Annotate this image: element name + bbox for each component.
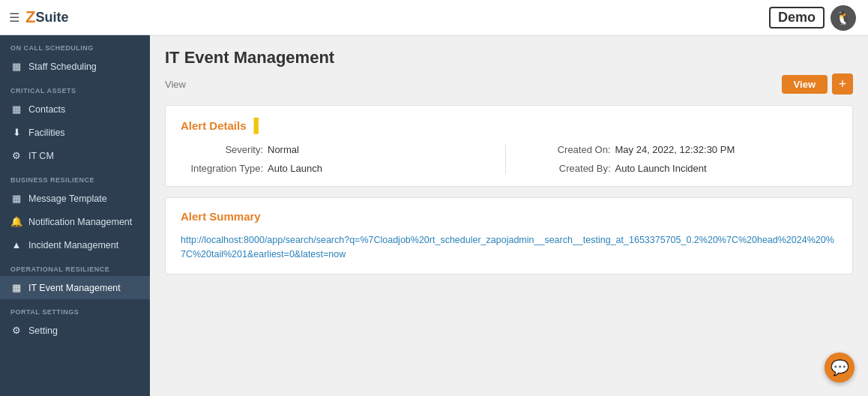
it-event-icon: ▦	[10, 282, 22, 293]
breadcrumb-actions: View +	[782, 74, 853, 94]
main-content: Demo 🐧 IT Event Management View View + A…	[150, 0, 868, 396]
logo-suite: Suite	[35, 10, 68, 26]
integration-row: Integration Type: Auto Launch	[181, 163, 490, 174]
alert-summary-title: Alert Summary	[181, 210, 837, 223]
section-on-call: ON CALL SCHEDULING	[0, 35, 150, 55]
severity-value: Normal	[268, 144, 299, 155]
message-template-icon: ▦	[10, 193, 22, 204]
sidebar-item-staff-scheduling[interactable]: ▦ Staff Scheduling	[0, 55, 150, 78]
section-business-resilience: BUSINESS RESILIENCE	[0, 167, 150, 187]
setting-icon: ⚙	[10, 325, 22, 336]
sidebar-item-label: Incident Management	[28, 240, 118, 250]
created-by-label: Created By:	[528, 163, 611, 174]
warning-icon: ▌	[254, 118, 264, 134]
created-by-row: Created By: Auto Launch Incident	[528, 163, 838, 174]
sidebar-item-notification-management[interactable]: 🔔 Notification Management	[0, 210, 150, 233]
incident-icon: ▲	[10, 239, 22, 250]
page-area: IT Event Management View View + Alert De…	[150, 36, 868, 396]
sidebar-header: ☰ Z Suite	[0, 0, 150, 35]
contacts-icon: ▦	[10, 104, 22, 115]
integration-type-label: Integration Type:	[181, 163, 263, 174]
alert-details-card: Alert Details ▌ Severity: Normal Integra…	[165, 105, 853, 187]
itcm-icon: ⚙	[10, 150, 22, 161]
sidebar-item-facilities[interactable]: ⬇ Facilities	[0, 121, 150, 144]
sidebar-item-label: Setting	[28, 326, 58, 336]
created-on-value: May 24, 2022, 12:32:30 PM	[615, 144, 735, 155]
sidebar-item-label: IT Event Management	[28, 283, 121, 293]
sidebar-item-itcm[interactable]: ⚙ IT CM	[0, 144, 150, 167]
created-on-row: Created On: May 24, 2022, 12:32:30 PM	[528, 144, 838, 155]
notification-icon: 🔔	[10, 216, 22, 227]
alert-details-left: Severity: Normal Integration Type: Auto …	[181, 144, 506, 174]
alert-details-right: Created On: May 24, 2022, 12:32:30 PM Cr…	[506, 144, 838, 174]
sidebar: ☰ Z Suite ON CALL SCHEDULING ▦ Staff Sch…	[0, 0, 150, 396]
sidebar-item-label: Contacts	[28, 104, 65, 115]
alert-details-grid: Severity: Normal Integration Type: Auto …	[181, 144, 837, 174]
sidebar-item-it-event-management[interactable]: ▦ IT Event Management	[0, 276, 150, 299]
breadcrumb-text: View	[165, 79, 186, 90]
sidebar-item-incident-management[interactable]: ▲ Incident Management	[0, 233, 150, 256]
sidebar-item-label: IT CM	[28, 151, 54, 161]
section-portal-settings: PORTAL SETTINGS	[0, 299, 150, 319]
severity-label: Severity:	[181, 144, 263, 155]
created-on-label: Created On:	[528, 144, 611, 155]
linux-icon[interactable]: 🐧	[831, 5, 856, 31]
sidebar-logo: Z Suite	[25, 8, 68, 27]
sidebar-item-label: Notification Management	[28, 217, 132, 227]
page-title: IT Event Management	[165, 48, 853, 68]
alert-details-label: Alert Details	[181, 119, 247, 132]
sidebar-item-message-template[interactable]: ▦ Message Template	[0, 187, 150, 210]
section-critical-assets: CRITICAL ASSETS	[0, 78, 150, 98]
logo-z: Z	[25, 8, 35, 27]
alert-summary-label: Alert Summary	[181, 210, 261, 223]
sidebar-item-label: Staff Scheduling	[28, 62, 97, 72]
alert-summary-card: Alert Summary http://localhost:8000/app/…	[165, 197, 853, 274]
alert-details-title: Alert Details ▌	[181, 118, 837, 134]
integration-type-value: Auto Launch	[268, 163, 322, 174]
sidebar-item-label: Facilities	[28, 128, 65, 138]
topbar-right: Demo 🐧	[769, 5, 856, 31]
sidebar-item-contacts[interactable]: ▦ Contacts	[0, 98, 150, 121]
sidebar-item-setting[interactable]: ⚙ Setting	[0, 319, 150, 342]
created-by-value: Auto Launch Incident	[615, 163, 707, 174]
demo-badge: Demo	[769, 7, 825, 28]
alert-summary-url[interactable]: http://localhost:8000/app/search/search?…	[181, 233, 837, 262]
hamburger-icon[interactable]: ☰	[9, 10, 19, 25]
staff-scheduling-icon: ▦	[10, 61, 22, 72]
sidebar-item-label: Message Template	[28, 194, 107, 204]
breadcrumb-bar: View View +	[165, 74, 853, 94]
topbar: Demo 🐧	[150, 0, 868, 36]
chat-fab-button[interactable]: 💬	[825, 352, 855, 382]
add-button[interactable]: +	[832, 74, 853, 94]
severity-row: Severity: Normal	[181, 144, 490, 155]
section-operational-resilience: OPERATIONAL RESILIENCE	[0, 256, 150, 276]
facilities-icon: ⬇	[10, 127, 22, 138]
view-button[interactable]: View	[782, 75, 828, 94]
